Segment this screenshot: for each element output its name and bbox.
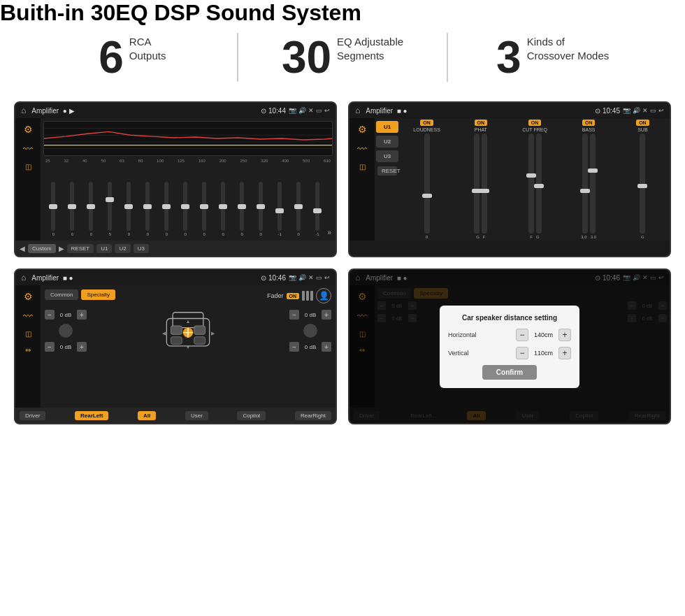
eq-next-icon[interactable]: ▶ xyxy=(59,245,64,252)
eq-slider-8[interactable]: 0 xyxy=(177,182,194,236)
svg-text:▲: ▲ xyxy=(186,319,191,324)
phat-slider-f[interactable] xyxy=(482,134,487,234)
btn-rearleft[interactable]: RearLeft xyxy=(75,411,108,420)
eq-slider-4[interactable]: 5 xyxy=(101,182,119,236)
spk-content: ⚙ 〰 ◫ ⇔ Common Specialty Fader ON xyxy=(15,285,336,408)
btn-user[interactable]: User xyxy=(185,411,208,420)
horizontal-plus[interactable]: + xyxy=(558,329,571,341)
car-diagram: ▲ ▼ ◀ ▶ xyxy=(91,306,285,355)
confirm-button[interactable]: Confirm xyxy=(482,365,537,380)
tab-common[interactable]: Common xyxy=(45,289,78,300)
btn-copilot[interactable]: Copilot xyxy=(237,411,266,420)
sub-slider[interactable] xyxy=(640,134,645,234)
eq-preset-u2[interactable]: U2 xyxy=(115,244,130,253)
spk-arrows-icon[interactable]: ⇔ xyxy=(25,346,31,354)
stat-eq: 30 EQ Adjustable Segments xyxy=(252,35,433,80)
eq-preset-u1[interactable]: U1 xyxy=(96,244,112,253)
spk-lb-minus[interactable]: − xyxy=(45,342,55,352)
fader-label: Fader xyxy=(267,292,284,299)
loudness-slider[interactable] xyxy=(424,134,430,234)
eq-slider-2[interactable]: 0 xyxy=(64,182,81,236)
amp-channel-phat: ON PHAT G F xyxy=(455,120,506,239)
eq-slider-5[interactable]: 0 xyxy=(120,182,138,236)
eq-bottom-bar: ◀ Custom ▶ RESET U1 U2 U3 xyxy=(15,241,336,256)
eq-tune-icon[interactable]: ⚙ xyxy=(24,124,33,135)
spk-back-icon[interactable]: ↩ xyxy=(324,274,330,281)
spk-rb-plus[interactable]: + xyxy=(322,342,331,352)
stat-number-eq: 30 xyxy=(282,35,331,80)
minimize-icon: ▭ xyxy=(316,107,322,114)
eq-slider-10[interactable]: 0 xyxy=(215,182,232,236)
spk-rb-minus[interactable]: − xyxy=(289,342,299,352)
eq-slider-15[interactable]: -1 xyxy=(309,182,326,236)
close-icon: ✕ xyxy=(308,107,314,114)
amp-app-label: Amplifier ■ ● xyxy=(366,107,592,115)
amp-back-icon[interactable]: ↩ xyxy=(658,107,664,114)
eq-slider-9[interactable]: 0 xyxy=(196,182,213,236)
home-icon[interactable]: ⌂ xyxy=(21,106,26,115)
spk-wave-icon[interactable]: 〰 xyxy=(23,310,33,322)
btn-rearright[interactable]: RearRight xyxy=(295,411,331,420)
spk-tune-icon[interactable]: ⚙ xyxy=(24,291,33,302)
eq-preset-reset[interactable]: RESET xyxy=(67,244,94,253)
eq-wave-icon[interactable]: 〰 xyxy=(23,143,33,155)
spk-status-icons: 📷 🔊 ✕ ▭ ↩ xyxy=(289,274,330,281)
stat-rca: 6 RCA Outputs xyxy=(42,35,223,80)
amp-camera-icon: 📷 xyxy=(623,107,630,114)
spk-left-top: − 0 dB + xyxy=(45,310,87,320)
amp-tune-icon[interactable]: ⚙ xyxy=(358,124,367,135)
tab-specialty[interactable]: Specialty xyxy=(81,289,115,300)
eq-slider-1[interactable]: 0 xyxy=(45,182,62,236)
cutfreq-slider-f[interactable] xyxy=(528,134,534,234)
amp-preset-u3[interactable]: U3 xyxy=(376,150,398,162)
eq-preset-u3[interactable]: U3 xyxy=(134,244,149,253)
eq-slider-13[interactable]: -1 xyxy=(271,182,289,236)
camera-icon: 📷 xyxy=(289,107,296,114)
spk-rt-plus[interactable]: + xyxy=(322,310,331,320)
spk-rt-minus[interactable]: − xyxy=(289,310,299,320)
amp-volume-icon: 🔊 xyxy=(633,107,640,114)
spk-sidebar: ⚙ 〰 ◫ ⇔ xyxy=(15,285,41,408)
cutfreq-slider-g[interactable] xyxy=(536,134,542,234)
header: Buith-in 30EQ DSP Sound System xyxy=(0,0,685,26)
vertical-plus[interactable]: + xyxy=(558,347,571,359)
spk-lt-plus[interactable]: + xyxy=(77,310,87,320)
eq-speaker-icon[interactable]: ◫ xyxy=(25,163,31,171)
phat-slider-g[interactable] xyxy=(474,134,480,234)
amp-home-icon[interactable]: ⌂ xyxy=(355,106,360,115)
btn-all[interactable]: All xyxy=(138,411,156,420)
eq-slider-11[interactable]: 0 xyxy=(233,182,251,236)
eq-slider-6[interactable]: 0 xyxy=(139,182,157,236)
eq-slider-7[interactable]: 0 xyxy=(158,182,175,236)
amp-reset[interactable]: RESET xyxy=(377,166,397,176)
vertical-control: − 110cm + xyxy=(516,347,571,359)
amp-wave-icon[interactable]: 〰 xyxy=(357,143,367,155)
spk-lt-minus[interactable]: − xyxy=(45,310,55,320)
amp-preset-u1[interactable]: U1 xyxy=(376,121,398,133)
eq-slider-3[interactable]: 0 xyxy=(82,182,100,236)
dialog-overlay: Car speaker distance setting Horizontal … xyxy=(349,270,670,423)
bass-slider-1[interactable] xyxy=(582,134,588,234)
back-icon[interactable]: ↩ xyxy=(324,107,330,114)
eq-more-icon[interactable]: » xyxy=(328,229,332,236)
spk-speaker-icon[interactable]: ◫ xyxy=(25,330,31,338)
eq-prev-icon[interactable]: ◀ xyxy=(20,245,25,252)
amp-speaker-icon[interactable]: ◫ xyxy=(359,163,366,171)
btn-driver[interactable]: Driver xyxy=(20,411,45,420)
bass-slider-2[interactable] xyxy=(590,134,596,234)
horizontal-minus[interactable]: − xyxy=(516,329,528,341)
svg-text:◀: ◀ xyxy=(162,331,166,336)
spk-volume-icon: 🔊 xyxy=(298,274,306,281)
eq-preset-custom[interactable]: Custom xyxy=(28,244,56,253)
dialog-title: Car speaker distance setting xyxy=(448,314,571,322)
spk-home-icon[interactable]: ⌂ xyxy=(21,273,26,282)
vertical-minus[interactable]: − xyxy=(516,347,528,359)
eq-slider-14[interactable]: 0 xyxy=(290,182,308,236)
fader-profile-icon[interactable]: 👤 xyxy=(316,288,331,303)
eq-slider-12[interactable]: 0 xyxy=(252,182,270,236)
spk-lb-plus[interactable]: + xyxy=(77,342,87,352)
stats-row: 6 RCA Outputs 30 EQ Adjustable Segments … xyxy=(0,26,685,94)
amp-sidebar: ⚙ 〰 ◫ xyxy=(349,118,375,241)
dialog-screen: ⌂ Amplifier ■ ● ⊙ 10:46 📷 🔊 ✕ ▭ ↩ ⚙ 〰 ◫ … xyxy=(348,268,671,424)
amp-preset-u2[interactable]: U2 xyxy=(376,136,398,148)
